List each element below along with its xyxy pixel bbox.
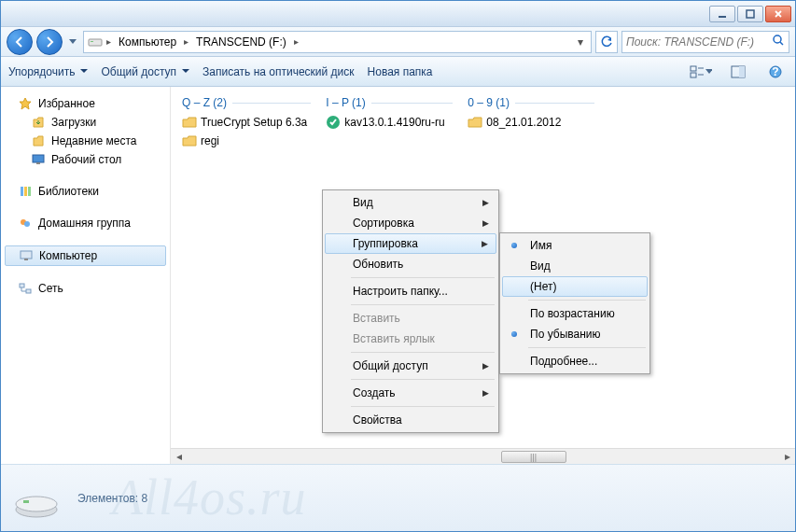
- ctx-group-desc[interactable]: По убыванию: [502, 324, 648, 344]
- app-icon: [326, 115, 341, 130]
- file-item[interactable]: kav13.0.1.4190ru-ru: [322, 113, 453, 132]
- ctx-group[interactable]: Группировка▶: [325, 233, 496, 254]
- view-options-button[interactable]: [689, 62, 713, 82]
- svg-rect-2: [89, 39, 102, 46]
- svg-rect-1: [747, 10, 754, 18]
- sidebar-homegroup[interactable]: Домашняя группа: [1, 214, 170, 232]
- ctx-group-type[interactable]: Вид: [502, 256, 648, 276]
- svg-rect-14: [24, 187, 27, 196]
- submenu-arrow-icon: ▶: [482, 218, 489, 228]
- scroll-right-button[interactable]: ▸: [779, 449, 795, 465]
- sidebar-libraries[interactable]: Библиотеки: [1, 182, 170, 201]
- context-submenu-group: Имя Вид (Нет) По возрастанию По убыванию…: [499, 232, 650, 374]
- svg-rect-25: [23, 500, 29, 503]
- file-group: 0 – 9 (1) 08_21.01.2012: [464, 94, 594, 150]
- svg-rect-15: [28, 187, 31, 196]
- ctx-group-more[interactable]: Подробнее...: [502, 351, 648, 371]
- forward-button[interactable]: [36, 29, 63, 55]
- radio-checked-icon: [510, 241, 519, 250]
- group-header[interactable]: Q – Z (2): [178, 94, 311, 113]
- recent-icon: [31, 133, 46, 148]
- nav-history-dropdown[interactable]: [66, 33, 79, 51]
- horizontal-scrollbar[interactable]: ◂ ||| ▸: [171, 448, 795, 464]
- submenu-arrow-icon: ▶: [482, 361, 489, 371]
- new-folder-button[interactable]: Новая папка: [368, 65, 433, 78]
- svg-rect-6: [691, 73, 696, 77]
- svg-rect-21: [26, 289, 31, 293]
- ctx-customize[interactable]: Настроить папку...: [325, 281, 496, 301]
- ctx-sort[interactable]: Сортировка▶: [325, 213, 496, 233]
- scroll-thumb[interactable]: |||: [501, 451, 566, 463]
- organize-menu[interactable]: Упорядочить: [8, 65, 88, 78]
- ctx-group-name[interactable]: Имя: [502, 235, 648, 256]
- burn-button[interactable]: Записать на оптический диск: [202, 65, 355, 78]
- scroll-track[interactable]: |||: [187, 449, 779, 464]
- preview-pane-button[interactable]: [726, 62, 750, 82]
- toolbar: Упорядочить Общий доступ Записать на опт…: [1, 57, 795, 87]
- share-menu[interactable]: Общий доступ: [101, 65, 189, 78]
- svg-rect-8: [739, 66, 745, 77]
- file-item[interactable]: TrueCrypt Setup 6.3a: [178, 113, 311, 132]
- back-button[interactable]: [7, 29, 33, 55]
- file-item[interactable]: regi: [178, 132, 311, 150]
- submenu-arrow-icon: ▶: [482, 198, 489, 207]
- ctx-properties[interactable]: Свойства: [325, 410, 496, 430]
- file-item[interactable]: 08_21.01.2012: [464, 113, 594, 132]
- navigation-pane: Избранное Загрузки Недавние места Рабочи…: [1, 87, 171, 464]
- drive-large-icon: [12, 474, 61, 523]
- breadcrumb[interactable]: ▸ Компьютер ▸ TRANSCEND (F:) ▸ ▾: [83, 31, 592, 53]
- folder-icon: [182, 133, 197, 148]
- group-header[interactable]: I – P (1): [322, 94, 453, 113]
- svg-rect-20: [20, 284, 24, 287]
- svg-rect-3: [91, 41, 93, 42]
- svg-point-17: [24, 221, 30, 227]
- chevron-right-icon[interactable]: ▸: [105, 36, 113, 47]
- search-box[interactable]: [621, 31, 789, 53]
- ctx-new[interactable]: Создать▶: [325, 383, 496, 403]
- ctx-share[interactable]: Общий доступ▶: [325, 356, 496, 376]
- sidebar-computer[interactable]: Компьютер: [5, 245, 166, 266]
- sidebar-downloads[interactable]: Загрузки: [1, 113, 170, 132]
- file-group: Q – Z (2) TrueCrypt Setup 6.3a regi: [178, 94, 311, 150]
- svg-point-4: [774, 35, 781, 43]
- chevron-right-icon[interactable]: ▸: [292, 36, 300, 47]
- ctx-group-none[interactable]: (Нет): [502, 276, 648, 297]
- ctx-paste: Вставить: [325, 308, 496, 329]
- minimize-button[interactable]: [709, 6, 735, 22]
- breadcrumb-dropdown[interactable]: ▾: [574, 35, 587, 49]
- computer-icon: [19, 248, 34, 263]
- sidebar-network[interactable]: Сеть: [1, 279, 170, 298]
- search-icon[interactable]: [772, 34, 785, 49]
- close-button[interactable]: [765, 6, 791, 22]
- ctx-refresh[interactable]: Обновить: [325, 254, 496, 274]
- breadcrumb-drive[interactable]: TRANSCEND (F:): [192, 32, 290, 52]
- ctx-view[interactable]: Вид▶: [325, 192, 496, 213]
- group-header[interactable]: 0 – 9 (1): [464, 94, 594, 113]
- chevron-right-icon[interactable]: ▸: [182, 36, 190, 47]
- help-button[interactable]: ?: [763, 62, 788, 82]
- svg-rect-18: [21, 251, 32, 259]
- submenu-arrow-icon: ▶: [482, 239, 488, 248]
- desktop-icon: [31, 152, 46, 167]
- svg-rect-11: [33, 155, 44, 162]
- sidebar-favorites[interactable]: Избранное: [1, 94, 170, 113]
- context-menu: Вид▶ Сортировка▶ Группировка▶ Обновить Н…: [322, 189, 499, 433]
- svg-rect-5: [691, 66, 696, 71]
- sidebar-desktop[interactable]: Рабочий стол: [1, 150, 170, 169]
- svg-text:?: ?: [772, 65, 778, 78]
- svg-rect-0: [719, 16, 726, 18]
- homegroup-icon: [18, 216, 33, 231]
- ctx-group-asc[interactable]: По возрастанию: [502, 303, 648, 324]
- titlebar: [1, 1, 795, 27]
- sidebar-recent[interactable]: Недавние места: [1, 132, 170, 150]
- submenu-arrow-icon: ▶: [482, 388, 489, 398]
- svg-rect-19: [24, 259, 28, 260]
- refresh-button[interactable]: [595, 31, 618, 53]
- file-group: I – P (1) kav13.0.1.4190ru-ru: [322, 94, 453, 150]
- item-count-label: Элементов: 8: [77, 492, 147, 505]
- breadcrumb-computer[interactable]: Компьютер: [115, 32, 180, 52]
- maximize-button[interactable]: [737, 6, 763, 22]
- scroll-left-button[interactable]: ◂: [171, 449, 187, 465]
- radio-checked-icon: [510, 329, 519, 339]
- search-input[interactable]: [626, 35, 772, 49]
